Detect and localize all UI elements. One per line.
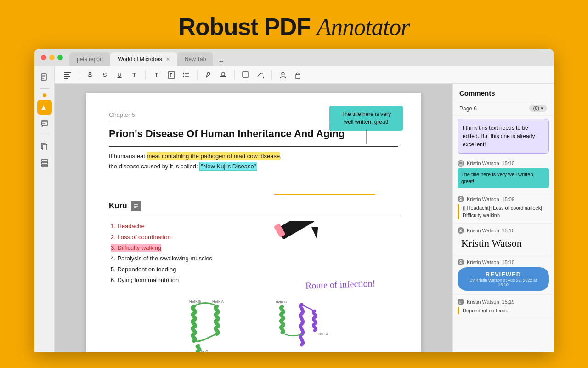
author-icon-1 [458, 160, 464, 167]
font-t-label: T [155, 71, 158, 78]
sidebar-divider-2 [40, 135, 49, 135]
app-title-italic: Annotator [317, 14, 410, 40]
protein-disease: Helix B Helix C [260, 293, 339, 352]
minimize-button[interactable] [49, 55, 55, 60]
strikethrough-label: S [103, 71, 107, 78]
svg-rect-9 [43, 144, 47, 150]
toolbar-underline-icon[interactable]: U [114, 69, 125, 80]
symptom-6: 6. Dying from malnutrition [109, 275, 398, 285]
svg-rect-44 [459, 161, 463, 164]
svg-marker-38 [310, 224, 323, 239]
callout-text: The title here is very well written, gre… [341, 111, 391, 125]
comments-header: Comments [453, 84, 554, 101]
pdf-area[interactable]: Chapter 5 The title here is very well wr… [55, 84, 452, 352]
sidebar-icon-comments[interactable] [37, 116, 52, 131]
toolbar-pen2-icon[interactable]: ▾ [255, 69, 266, 80]
comment-signature: Kristin Watson [458, 236, 549, 251]
svg-text:U: U [459, 300, 462, 304]
left-sidebar [34, 66, 55, 352]
svg-rect-15 [64, 76, 70, 77]
toolbar-lock-icon[interactable] [292, 69, 303, 80]
toolbar-list-icon[interactable] [181, 69, 192, 80]
callout-box: The title here is very well written, gre… [329, 106, 403, 131]
comment-author-5: U Kristin Watson 15:19 [458, 299, 549, 305]
comment-time-3: 15:10 [502, 228, 515, 233]
tab-pets[interactable]: pets report [69, 52, 110, 66]
tab-microbes[interactable]: World of Microbes ✕ [110, 52, 177, 66]
svg-point-46 [460, 197, 462, 199]
main-area: S U T T T [34, 66, 554, 352]
symptoms-area: 1. Headache 2. Loss of coordination 3. D… [109, 221, 398, 285]
annotation-container: Route of infection! [109, 178, 398, 201]
sidebar-icon-pages[interactable] [37, 70, 52, 85]
tabs-bar: pets report World of Microbes ✕ New Tab … [69, 49, 554, 66]
note-icon [131, 201, 141, 211]
app-title-bold: Robust PDF [179, 13, 317, 40]
toolbar-pen-icon[interactable] [203, 69, 214, 80]
sidebar-divider-1 [40, 88, 49, 89]
svg-point-24 [183, 74, 184, 75]
svg-rect-28 [243, 72, 248, 77]
comment-reviewed: REVIEWED By Kristin Watson at Aug 22, 20… [458, 267, 549, 291]
separator-3 [197, 70, 198, 80]
chevron-down-icon [541, 105, 543, 111]
subheading-kuru: Kuru [109, 201, 398, 211]
svg-point-48 [460, 260, 462, 262]
section-divider-mid [109, 146, 398, 147]
toolbar-anchor-icon[interactable] [85, 69, 96, 80]
sidebar-icon-stack[interactable] [37, 155, 52, 170]
toolbar: S U T T T [55, 66, 554, 84]
tab-new[interactable]: New Tab [177, 52, 213, 66]
svg-point-31 [282, 72, 284, 75]
svg-text:T: T [170, 73, 172, 78]
symptom-1-text: 1. Headache [111, 223, 145, 230]
comment-active: I think this text needs to be edited. Bu… [458, 119, 549, 154]
title-bar: pets report World of Microbes ✕ New Tab … [34, 49, 554, 66]
new-tab-button[interactable]: + [215, 57, 227, 66]
author-icon-3 [458, 227, 464, 234]
tab-close-icon[interactable]: ✕ [166, 57, 170, 62]
author-icon-5: U [458, 299, 464, 305]
svg-rect-10 [41, 160, 48, 161]
route-underline [274, 194, 375, 195]
svg-rect-4 [41, 109, 46, 110]
sidebar-icon-pages2[interactable] [37, 139, 52, 154]
svg-rect-12 [41, 165, 48, 166]
separator-4 [234, 70, 235, 80]
toolbar-stamp-icon[interactable] [218, 69, 229, 80]
svg-text:Helix A: Helix A [212, 299, 224, 304]
author-name-2: Kristin Watson [467, 196, 499, 202]
comment-text-5: Dependent on feedi... [458, 307, 549, 315]
browser-window: pets report World of Microbes ✕ New Tab … [34, 49, 554, 352]
toolbar-text-t-icon[interactable]: T [129, 69, 140, 80]
svg-point-23 [183, 72, 184, 73]
toolbar-person-icon[interactable] [277, 69, 288, 80]
author-icon-2 [458, 196, 464, 202]
maximize-button[interactable] [57, 55, 63, 60]
symptom-2-text: 2. Loss of coordination [111, 234, 171, 241]
toolbar-text-box-icon[interactable]: T [166, 69, 177, 80]
text-t-label: T [132, 71, 136, 78]
tab-microbes-label: World of Microbes [118, 56, 162, 63]
symptom-3-text: 3. Difficulty walking [111, 244, 161, 252]
close-button[interactable] [41, 55, 46, 60]
svg-point-17 [89, 72, 91, 74]
page-indicator[interactable]: Page 6 (8) [453, 101, 554, 116]
highlight-yellow: meat containing the pathogen of mad cow … [147, 152, 280, 160]
svg-point-25 [183, 76, 184, 77]
toolbar-font-icon[interactable]: T [151, 69, 162, 80]
svg-rect-16 [64, 78, 68, 79]
traffic-lights [34, 55, 69, 60]
sidebar-icon-highlight[interactable] [37, 100, 52, 115]
svg-text:▾: ▾ [248, 75, 249, 79]
toolbar-shape-icon[interactable]: ▾ [240, 69, 251, 80]
svg-text:Helix C: Helix C [317, 332, 328, 336]
svg-text:Helix B: Helix B [276, 300, 287, 304]
protein-wildtype: Helix B Helix A Helix C [169, 293, 247, 352]
underline-label: U [117, 71, 121, 78]
toolbar-strikethrough-icon[interactable]: S [99, 69, 110, 80]
author-name-5: Kristin Watson [467, 299, 499, 305]
author-name-3: Kristin Watson [467, 228, 499, 233]
toolbar-text-icon[interactable] [62, 69, 73, 80]
svg-point-47 [460, 229, 462, 230]
